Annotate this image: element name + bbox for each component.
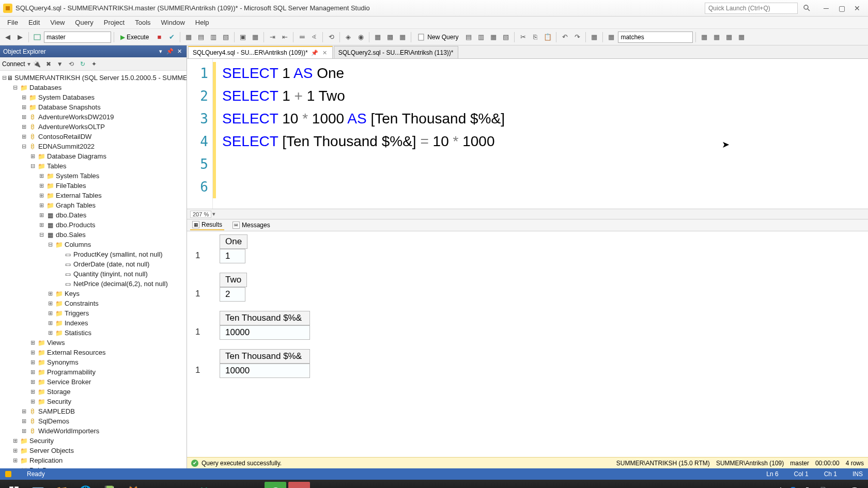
tree-node[interactable]: ⊟🛢EDNASummit2022 [1,141,185,151]
nav-fwd-icon[interactable]: ▶ [14,32,26,43]
tray-chevron-icon[interactable]: ˄ [779,486,783,489]
close-icon[interactable]: ✕ [321,50,328,56]
taskbar-explorer-icon[interactable]: 📁 [51,482,72,488]
row-number[interactable]: 1 [191,364,220,378]
taskbar-app-icon[interactable]: 📗 [98,482,120,488]
nav-back-icon[interactable]: ◀ [2,32,13,43]
tool-icon[interactable]: ▥ [208,32,219,43]
tool-icon[interactable]: ▤ [195,32,207,43]
tool-icon[interactable]: ▦ [250,32,261,43]
results-tab[interactable]: ▦Results [190,220,224,230]
menu-tools[interactable]: Tools [130,17,156,28]
tool-icon[interactable]: ▦ [711,32,722,43]
tree-node[interactable]: ⊟📁Tables [1,161,185,171]
taskbar-app-icon[interactable]: C [265,482,286,488]
tool-icon[interactable]: ▦ [183,32,194,43]
tree-node[interactable]: ⊞📁External Tables [1,191,185,200]
paste-icon[interactable]: 📋 [542,32,553,43]
tree-node[interactable]: ⊞🛢AdventureWorksOLTP [1,122,185,132]
tree-column[interactable]: ▭Quantity (tinyint, not null) [1,269,185,279]
tree-node[interactable]: ⊞📁Statistics [1,328,185,338]
result-cell[interactable]: 2 [220,287,245,302]
tree-node[interactable]: ⊞🛢ContosoRetailDW [1,132,185,141]
copy-icon[interactable]: ⎘ [530,32,541,43]
close-icon[interactable]: ✕ [175,48,183,56]
undo-icon[interactable]: ↶ [559,32,570,43]
tree-node[interactable]: ⊞📁Replication [1,455,185,465]
tree-node[interactable]: ⊞📁Security [1,436,185,446]
column-header[interactable]: Two [220,273,247,287]
taskbar-powerbi-icon[interactable]: ▮ [217,482,239,488]
tool-icon[interactable]: ▧ [220,32,231,43]
conn-icon[interactable]: ✦ [89,59,99,69]
taskbar-firefox-icon[interactable]: 🦊 [122,482,144,488]
pin-icon[interactable]: 📌 [166,48,174,56]
result-cell[interactable]: 10000 [220,325,310,340]
result-cell[interactable]: 1 [220,249,245,263]
tool-icon[interactable]: ▣ [237,32,249,43]
menu-query[interactable]: Query [70,17,98,28]
tree-node[interactable]: ⊞📁Constraints [1,298,185,308]
menu-edit[interactable]: Edit [23,17,45,28]
tree-node[interactable]: ⊞🛢SqlDemos [1,416,185,426]
tool-icon[interactable]: ▦ [736,32,747,43]
tool-icon[interactable]: ▦ [588,32,600,43]
tool-icon[interactable]: ▦ [397,32,408,43]
tree-node[interactable]: ⊞🛢SAMPLEDB [1,406,185,416]
tool-icon[interactable]: ▦ [699,32,710,43]
column-header[interactable]: One [220,234,247,249]
dropdown-icon[interactable]: ▾ [157,48,165,56]
connect-label[interactable]: Connect [2,60,25,68]
tree-node[interactable]: ⊞📁Graph Tables [1,200,185,210]
result-cell[interactable]: 10000 [220,364,310,378]
taskbar-edge-icon[interactable]: 🌐 [74,482,96,488]
tool-icon[interactable]: ▧ [500,32,512,43]
tool-icon[interactable]: ⟲ [326,32,337,43]
redo-icon[interactable]: ↷ [571,32,583,43]
maximize-button[interactable]: ▢ [834,2,849,14]
tree-node[interactable]: ⊞📁PolyBase [1,465,185,468]
tree-node[interactable]: ⊞📁Service Broker [1,377,185,387]
tree-node[interactable]: ⊞📁Database Diagrams [1,151,185,161]
tree-node[interactable]: ⊞📁External Resources [1,348,185,357]
tree-node[interactable]: ⊞📁Indexes [1,318,185,328]
conn-icon[interactable]: 🔌 [33,59,42,69]
taskbar-vscode-icon[interactable]: ⧉ [146,482,167,488]
row-number[interactable]: 1 [191,249,220,263]
tree-column[interactable]: ▭OrderDate (date, not null) [1,259,185,269]
tree-node[interactable]: ⊞▦dbo.Dates [1,210,185,220]
start-button[interactable] [3,482,25,488]
project-icon[interactable] [32,32,43,43]
uncomment-icon[interactable]: ⩹ [308,32,320,43]
row-number[interactable]: 1 [191,325,220,340]
taskbar-app-icon[interactable]: ▮ [241,482,262,488]
quick-launch-input[interactable] [705,3,798,14]
conn-icon[interactable]: ✖ [44,59,53,69]
tree-node[interactable]: ⊞📁FileTables [1,181,185,191]
tree-node[interactable]: ⊞📁Views [1,338,185,348]
object-explorer-tree[interactable]: ⊟🖥SUMMER\ANTRIKSH (SQL Server 15.0.2000.… [0,71,187,468]
menu-project[interactable]: Project [99,17,130,28]
database-combo[interactable] [44,32,111,43]
menu-window[interactable]: Window [156,17,190,28]
tool-icon[interactable]: ▥ [475,32,487,43]
parse-icon[interactable]: ✔ [166,32,177,43]
menu-file[interactable]: File [2,17,23,28]
zoom-selector[interactable]: 207 % [190,211,211,218]
tool-icon[interactable]: ▦ [488,32,499,43]
pin-icon[interactable]: 📌 [310,50,319,56]
tray-lang-icon[interactable]: ⌨ [832,486,844,489]
menu-help[interactable]: Help [190,17,214,28]
system-tray[interactable]: ˄ 👤 🖧 🔊 ⌨ 💬 [779,486,865,489]
tree-databases[interactable]: ⊟📁Databases [1,83,185,92]
row-number[interactable]: 1 [191,287,220,302]
tree-node[interactable]: ⊞📁System Databases [1,92,185,102]
tree-node[interactable]: ⊞📁Keys [1,289,185,298]
column-header[interactable]: Ten Thousand $%& [220,349,310,364]
code-content[interactable]: SELECT 1 AS One SELECT 1 + 1 Two SELECT … [217,59,868,209]
tree-column[interactable]: ▭ProductKey (smallint, not null) [1,249,185,259]
tray-notification-icon[interactable]: 💬 [849,486,860,489]
taskbar-app-icon[interactable]: ▦ [288,482,310,488]
indent-icon[interactable]: ⇥ [267,32,278,43]
tree-node[interactable]: ⊞📁System Tables [1,171,185,181]
